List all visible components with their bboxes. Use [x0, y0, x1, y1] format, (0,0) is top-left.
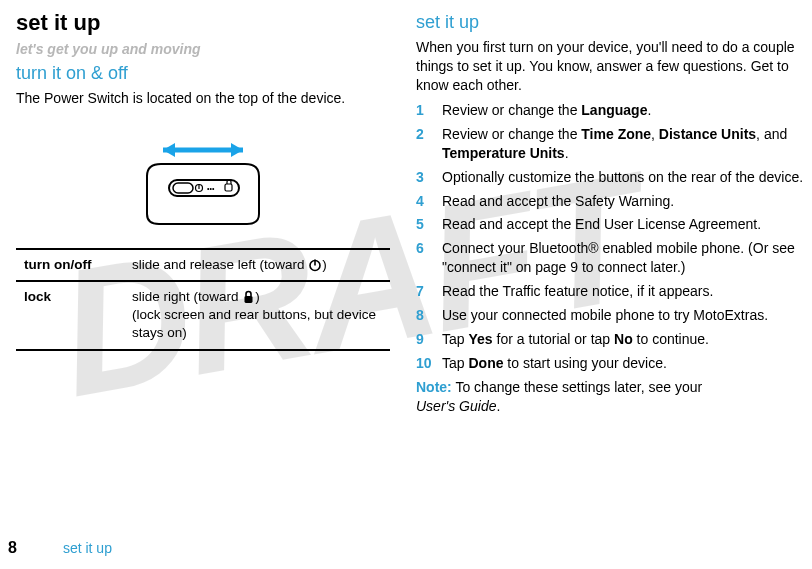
step-number: 5 [416, 215, 442, 234]
step-number: 3 [416, 168, 442, 187]
step-text: Use your connected mobile phone to try M… [442, 306, 804, 325]
svg-marker-2 [231, 143, 243, 157]
power-icon [308, 257, 322, 272]
step-number: 2 [416, 125, 442, 163]
list-item: 6Connect your Bluetooth® enabled mobile … [416, 239, 804, 277]
step-text: Review or change the Language. [442, 101, 804, 120]
instruction-table: turn on/off slide and release left (towa… [16, 248, 390, 351]
lock-icon [242, 289, 255, 304]
row-text: slide right (toward ) (lock screen and r… [124, 281, 390, 350]
body-text: The Power Switch is located on the top o… [16, 89, 390, 108]
table-row: lock slide right (toward ) (lock screen … [16, 281, 390, 350]
list-item: 8Use your connected mobile phone to try … [416, 306, 804, 325]
page-footer: 8 set it up [0, 539, 112, 557]
svg-rect-8 [225, 184, 232, 191]
row-label-lock: lock [16, 281, 124, 350]
page-number: 8 [8, 539, 17, 557]
right-column: set it up When you first turn on your de… [406, 0, 812, 569]
text-fragment: slide and release left (toward [132, 257, 308, 272]
step-text: Connect your Bluetooth® enabled mobile p… [442, 239, 804, 277]
text-fragment: slide right (toward [132, 289, 242, 304]
step-number: 8 [416, 306, 442, 325]
list-item: 4Read and accept the Safety Warning. [416, 192, 804, 211]
note-label: Note: [416, 379, 452, 395]
list-item: 3Optionally customize the buttons on the… [416, 168, 804, 187]
step-number: 6 [416, 239, 442, 277]
step-number: 1 [416, 101, 442, 120]
page-title: set it up [16, 8, 390, 38]
list-item: 7Read the Traffic feature notice, if it … [416, 282, 804, 301]
intro-text: When you first turn on your device, you'… [416, 38, 804, 95]
steps-list: 1Review or change the Language. 2Review … [416, 101, 804, 373]
step-number: 7 [416, 282, 442, 301]
step-text: Read and accept the End User License Agr… [442, 215, 804, 234]
device-illustration: ••• [16, 136, 390, 226]
left-column: set it up let's get you up and moving tu… [0, 0, 406, 569]
step-text: Read and accept the Safety Warning. [442, 192, 804, 211]
row-text: slide and release left (toward ) [124, 249, 390, 281]
row-label-turn-on-off: turn on/off [16, 249, 124, 281]
step-number: 9 [416, 330, 442, 349]
step-text: Tap Done to start using your device. [442, 354, 804, 373]
section-heading-set-it-up: set it up [416, 10, 804, 34]
note-text: Note: To change these settings later, se… [416, 378, 804, 416]
text-fragment: (lock screen and rear buttons, but devic… [132, 307, 376, 340]
list-item: 2Review or change the Time Zone, Distanc… [416, 125, 804, 163]
footer-section-name: set it up [63, 540, 112, 556]
step-text: Read the Traffic feature notice, if it a… [442, 282, 804, 301]
text-fragment: ) [322, 257, 327, 272]
step-text: Review or change the Time Zone, Distance… [442, 125, 804, 163]
guide-reference: User's Guide [416, 398, 496, 414]
step-number: 4 [416, 192, 442, 211]
list-item: 9Tap Yes for a tutorial or tap No to con… [416, 330, 804, 349]
page-subtitle: let's get you up and moving [16, 40, 390, 59]
step-number: 10 [416, 354, 442, 373]
table-row: turn on/off slide and release left (towa… [16, 249, 390, 281]
list-item: 5Read and accept the End User License Ag… [416, 215, 804, 234]
step-text: Optionally customize the buttons on the … [442, 168, 804, 187]
svg-marker-1 [163, 143, 175, 157]
text-fragment: ) [255, 289, 260, 304]
section-heading-turn-on-off: turn it on & off [16, 61, 390, 85]
svg-rect-4 [173, 183, 193, 193]
step-text: Tap Yes for a tutorial or tap No to cont… [442, 330, 804, 349]
list-item: 1Review or change the Language. [416, 101, 804, 120]
svg-rect-11 [245, 296, 253, 303]
svg-text:•••: ••• [207, 185, 215, 192]
list-item: 10Tap Done to start using your device. [416, 354, 804, 373]
